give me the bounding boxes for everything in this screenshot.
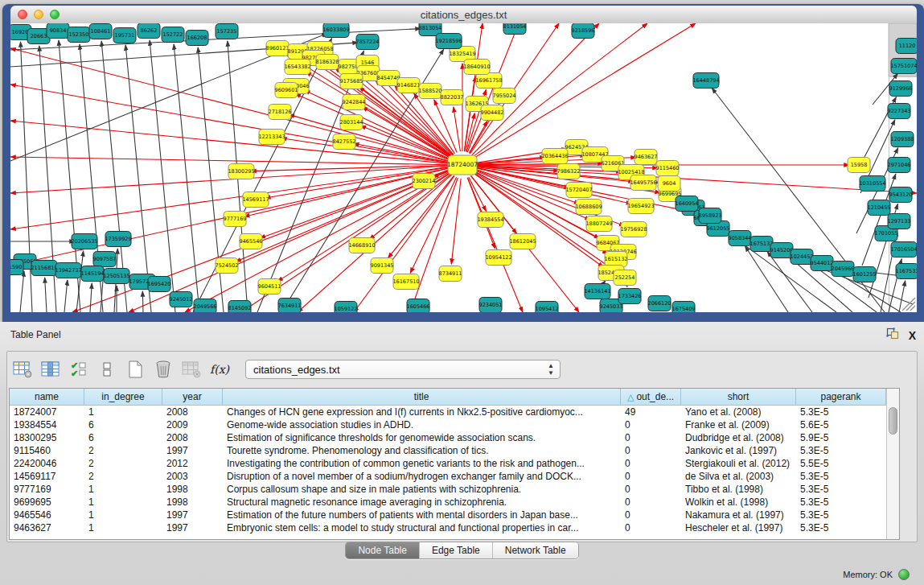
table-cell[interactable]: 2012 bbox=[162, 457, 223, 470]
table-cell[interactable]: 6 bbox=[84, 431, 162, 444]
table-cell[interactable]: Corpus callosum shape and size in male p… bbox=[223, 483, 621, 496]
table-cell[interactable]: 0 bbox=[621, 483, 681, 496]
table-cell[interactable]: 5.5E-5 bbox=[796, 457, 886, 470]
table-row[interactable]: 969969511998Structural magnetic resonanc… bbox=[10, 496, 899, 509]
citation-edge[interactable] bbox=[603, 281, 606, 284]
table-cell[interactable]: Changes of HCN gene expression and I(f) … bbox=[223, 406, 621, 418]
table-cell[interactable]: 5.3E-5 bbox=[796, 483, 886, 496]
table-cell[interactable]: Genome-wide association studies in ADHD. bbox=[223, 418, 621, 431]
table-cell[interactable]: 22420046 bbox=[10, 457, 84, 470]
table-cell[interactable]: 2008 bbox=[162, 431, 223, 444]
table-cell[interactable]: 1 bbox=[84, 509, 162, 521]
table-cell[interactable]: Nakamura et al. (1997) bbox=[681, 509, 796, 521]
table-cell[interactable]: 5.3E-5 bbox=[796, 470, 886, 483]
table-cell[interactable]: Tourette syndrome. Phenomenology and cla… bbox=[223, 444, 621, 457]
table-cell[interactable]: 2 bbox=[84, 470, 162, 483]
table-cell[interactable]: 0 bbox=[621, 444, 681, 457]
table-cell[interactable]: Stergiakouli et al. (2012) bbox=[681, 457, 796, 470]
tab-network-table[interactable]: Network Table bbox=[492, 542, 578, 558]
table-cell[interactable]: Disruption of a novel member of a sodium… bbox=[223, 470, 621, 483]
table-row[interactable]: 946362711997Embryonic stem cells: a mode… bbox=[10, 521, 899, 534]
select-rows-icon[interactable]: ✔ ✔ bbox=[68, 358, 89, 381]
table-cell[interactable]: Jankovic et al. (1997) bbox=[681, 444, 796, 457]
table-cell[interactable]: 49 bbox=[621, 406, 681, 418]
table-cell[interactable]: 5.3E-5 bbox=[796, 509, 886, 521]
citation-edge[interactable] bbox=[185, 171, 450, 312]
table-row[interactable]: 1872400712008Changes of HCN gene express… bbox=[10, 406, 899, 418]
column-header-name[interactable]: name bbox=[10, 389, 84, 406]
new-table-icon[interactable] bbox=[125, 358, 146, 381]
tab-node-table[interactable]: Node Table bbox=[346, 542, 419, 558]
column-header-out-de-[interactable]: △out_de... bbox=[621, 389, 681, 406]
table-cell[interactable]: Wolkin et al. (1998) bbox=[681, 496, 796, 509]
table-cell[interactable]: 5.9E-5 bbox=[796, 431, 886, 444]
column-header-year[interactable]: year bbox=[162, 389, 223, 406]
table-cell[interactable]: 1 bbox=[84, 406, 162, 418]
table-cell[interactable]: 18300295 bbox=[10, 431, 84, 444]
table-options-icon[interactable] bbox=[12, 358, 33, 381]
window-titlebar[interactable]: citations_edges.txt bbox=[10, 6, 917, 24]
close-panel-icon[interactable]: X bbox=[909, 330, 916, 341]
table-cell[interactable]: 5.3E-5 bbox=[796, 521, 886, 534]
table-cell[interactable]: 1997 bbox=[162, 521, 223, 534]
table-cell[interactable]: 5.3E-5 bbox=[796, 444, 886, 457]
table-cell[interactable]: 2009 bbox=[162, 418, 223, 431]
show-columns-icon[interactable] bbox=[40, 358, 61, 381]
row-height-icon[interactable] bbox=[97, 358, 117, 381]
tab-edge-table[interactable]: Edge Table bbox=[419, 542, 492, 558]
citation-edge[interactable] bbox=[469, 177, 487, 211]
citation-edge[interactable] bbox=[64, 280, 68, 312]
column-header-short[interactable]: short bbox=[681, 389, 796, 406]
table-cell[interactable]: 2008 bbox=[162, 406, 223, 418]
table-cell[interactable]: 9699695 bbox=[10, 496, 84, 509]
table-cell[interactable]: Tibbo et al. (1998) bbox=[681, 483, 796, 496]
table-cell[interactable]: 1998 bbox=[162, 496, 223, 509]
table-cell[interactable]: 1997 bbox=[162, 509, 223, 521]
table-cell[interactable]: Structural magnetic resonance image aver… bbox=[223, 496, 621, 509]
table-row[interactable]: 977716911998Corpus callosum shape and si… bbox=[10, 483, 899, 496]
table-cell[interactable]: 2 bbox=[84, 444, 162, 457]
citation-edge[interactable] bbox=[20, 271, 24, 312]
table-scrollbar[interactable] bbox=[886, 389, 899, 539]
table-cell[interactable]: Estimation of significance thresholds fo… bbox=[223, 431, 621, 444]
table-cell[interactable]: Hescheler et al. (1997) bbox=[681, 521, 796, 534]
citation-edge[interactable] bbox=[45, 278, 47, 312]
table-cell[interactable]: 9115460 bbox=[10, 444, 84, 457]
table-cell[interactable]: 0 bbox=[621, 470, 681, 483]
table-cell[interactable]: 9463627 bbox=[10, 521, 84, 534]
table-cell[interactable]: 1 bbox=[84, 483, 162, 496]
citation-edge[interactable] bbox=[142, 291, 143, 312]
table-cell[interactable]: 1 bbox=[84, 496, 162, 509]
column-header-pagerank[interactable]: pagerank bbox=[796, 389, 886, 406]
table-cell[interactable]: Yano et al. (2008) bbox=[681, 406, 796, 418]
citation-edge[interactable] bbox=[476, 155, 585, 164]
table-cell[interactable]: 1997 bbox=[162, 444, 223, 457]
table-cell[interactable]: 0 bbox=[621, 418, 681, 431]
column-header-in-degree[interactable]: in_degree bbox=[84, 389, 162, 406]
citation-edge[interactable] bbox=[472, 23, 599, 155]
table-row[interactable]: 1830029562008Estimation of significance … bbox=[10, 431, 899, 444]
import-table-icon[interactable] bbox=[181, 358, 202, 381]
table-cell[interactable]: Investigating the contribution of common… bbox=[223, 457, 621, 470]
table-cell[interactable]: 2 bbox=[84, 457, 162, 470]
table-cell[interactable]: 0 bbox=[621, 431, 681, 444]
delete-table-icon[interactable] bbox=[153, 358, 174, 381]
table-cell[interactable]: Embryonic stem cells: a model to study s… bbox=[223, 521, 621, 534]
table-cell[interactable]: 0 bbox=[621, 521, 681, 534]
citation-edge[interactable] bbox=[150, 40, 175, 312]
resize-grip-icon[interactable] bbox=[902, 298, 915, 311]
network-canvas[interactable]: 1872400789601238912955182260589827508165… bbox=[10, 23, 917, 312]
table-cell[interactable]: 5.3E-5 bbox=[796, 406, 886, 418]
table-row[interactable]: 1938455462009Genome-wide association stu… bbox=[10, 418, 899, 431]
table-cell[interactable]: 14569117 bbox=[10, 470, 84, 483]
table-cell[interactable]: 0 bbox=[621, 457, 681, 470]
table-row[interactable]: 1456911722003Disruption of a novel membe… bbox=[10, 470, 899, 483]
table-cell[interactable]: 0 bbox=[621, 496, 681, 509]
table-selector-dropdown[interactable]: citations_edges.txt ▲▼ bbox=[245, 360, 561, 379]
citation-edge[interactable] bbox=[410, 178, 458, 312]
citation-edge[interactable] bbox=[251, 165, 449, 171]
table-cell[interactable]: 1998 bbox=[162, 483, 223, 496]
table-cell[interactable]: Dudbridge et al. (2008) bbox=[681, 431, 796, 444]
table-row[interactable]: 911546021997Tourette syndrome. Phenomeno… bbox=[10, 444, 899, 457]
table-cell[interactable]: 2003 bbox=[162, 470, 223, 483]
